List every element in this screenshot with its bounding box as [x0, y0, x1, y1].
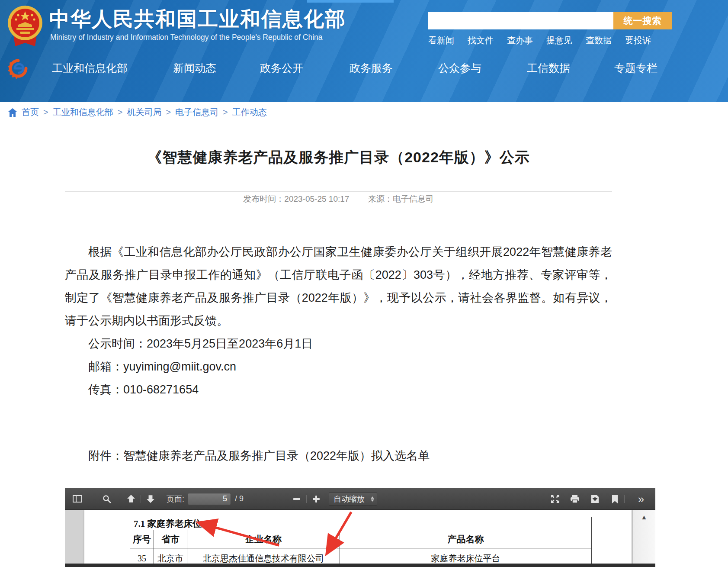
title-divider — [65, 191, 612, 192]
page-title: 《智慧健康养老产品及服务推广目录（2022年版）》公示 — [65, 148, 612, 168]
cell-index: 35 — [130, 548, 154, 564]
scroll-up-icon[interactable]: ▲ — [633, 513, 655, 521]
zoom-out-icon[interactable] — [290, 492, 303, 506]
page-total: / 9 — [235, 494, 244, 503]
more-tools-icon[interactable]: » — [635, 492, 648, 506]
nav-item-miit[interactable]: 工业和信息化部 — [52, 61, 128, 75]
page-label: 页面: — [167, 494, 184, 504]
zoom-select[interactable]: 自动缩放 — [329, 493, 377, 506]
pdf-scrollbar[interactable]: ▲ — [632, 510, 655, 564]
nav-item-gov-service[interactable]: 政务服务 — [350, 61, 393, 75]
quick-link-files[interactable]: 找文件 — [468, 35, 494, 46]
cell-company: 北京思杰佳通信息技术有限公司 — [187, 548, 340, 564]
attachment-line: 附件：智慧健康养老产品及服务推广目录（2022年版）拟入选名单 — [65, 445, 612, 467]
bookmark-icon[interactable] — [608, 492, 621, 506]
pdf-bottom-edge — [65, 564, 655, 567]
search-bar: 统一搜索 — [428, 12, 672, 29]
page-number-input[interactable] — [188, 493, 231, 505]
breadcrumb-departments[interactable]: 机关司局 — [127, 106, 161, 118]
publicity-period-line: 公示时间：2023年5月25日至2023年6月1日 — [65, 332, 612, 355]
col-header-province: 省市 — [154, 530, 187, 548]
breadcrumb-separator: > — [166, 107, 171, 117]
breadcrumb-electronic-info[interactable]: 电子信息司 — [175, 106, 218, 118]
table-header-row: 序号 省市 企业名称 产品名称 — [130, 530, 592, 548]
toolbar-divider — [141, 495, 141, 503]
toolbar-right-group: » — [542, 492, 648, 506]
unified-search-button[interactable]: 统一搜索 — [613, 12, 672, 29]
banner-accent-strip — [307, 0, 394, 3]
publish-time-label: 发布时间： — [243, 194, 284, 203]
search-input[interactable] — [428, 12, 613, 29]
section-title: 7.1 家庭养老床位 — [130, 517, 592, 530]
pdf-table: 7.1 家庭养老床位 序号 省市 企业名称 产品名称 35 北京市 北京思杰佳通… — [130, 517, 592, 564]
zoom-in-icon[interactable] — [310, 492, 323, 506]
print-icon[interactable] — [568, 492, 581, 506]
breadcrumb-miit[interactable]: 工业和信息化部 — [53, 106, 113, 118]
search-icon[interactable] — [100, 492, 113, 506]
quick-links: 看新闻 找文件 查办事 提意见 查数据 要投诉 — [428, 35, 651, 46]
miit-swirl-logo-icon — [8, 57, 29, 80]
previous-page-icon[interactable] — [125, 492, 138, 506]
col-header-product: 产品名称 — [340, 530, 592, 548]
toolbar-divider — [624, 495, 625, 503]
pdf-page: 7.1 家庭养老床位 序号 省市 企业名称 产品名称 35 北京市 北京思杰佳通… — [84, 510, 632, 564]
article-body: 根据《工业和信息化部办公厅民政部办公厅国家卫生健康委办公厅关于组织开展2022年… — [65, 241, 612, 467]
next-page-icon[interactable] — [144, 492, 157, 506]
zoom-select-value: 自动缩放 — [334, 494, 369, 504]
select-arrows-icon — [371, 496, 374, 502]
sidebar-toggle-icon[interactable] — [71, 492, 84, 506]
quick-link-data[interactable]: 查数据 — [586, 35, 612, 46]
breadcrumb-separator: > — [43, 107, 48, 117]
nav-item-participation[interactable]: 公众参与 — [438, 61, 481, 75]
quick-link-feedback[interactable]: 提意见 — [546, 35, 572, 46]
source-label: 来源： — [368, 194, 393, 203]
table-row: 35 北京市 北京思杰佳通信息技术有限公司 家庭养老床位平台 — [130, 548, 592, 564]
site-subtitle: Ministry of Industry and Information Tec… — [50, 33, 322, 42]
source: 电子信息司 — [393, 194, 434, 203]
more-tools-glyph: » — [638, 493, 644, 505]
email-line: 邮箱：yuyiming@miit.gov.cn — [65, 355, 612, 378]
table-section-row: 7.1 家庭养老床位 — [130, 517, 592, 530]
cell-province: 北京市 — [154, 548, 187, 564]
article-meta: 发布时间：2023-05-25 10:17 来源：电子信息司 — [65, 193, 612, 205]
page: { "banner": { "site_title": "中华人民共和国工业和信… — [0, 0, 728, 567]
home-icon[interactable] — [8, 108, 17, 117]
nav-item-gov-open[interactable]: 政务公开 — [260, 61, 303, 75]
toolbar-divider — [306, 495, 307, 503]
nav-item-news[interactable]: 新闻动态 — [173, 61, 216, 75]
col-header-company: 企业名称 — [187, 530, 340, 548]
download-icon[interactable] — [588, 492, 601, 506]
pdf-toolbar: 页面: / 9 自动缩放 — [65, 488, 655, 510]
publish-time: 2023-05-25 10:17 — [284, 194, 349, 203]
article-paragraph: 根据《工业和信息化部办公厅民政部办公厅国家卫生健康委办公厅关于组织开展2022年… — [65, 241, 612, 332]
quick-link-complaint[interactable]: 要投诉 — [625, 35, 651, 46]
pdf-viewer: 页面: / 9 自动缩放 — [65, 488, 655, 567]
cell-product: 家庭养老床位平台 — [340, 548, 592, 564]
col-header-index: 序号 — [130, 530, 154, 548]
site-banner: 中华人民共和国工业和信息化部 Ministry of Industry and … — [0, 0, 728, 102]
quick-link-services[interactable]: 查办事 — [507, 35, 533, 46]
nav-item-miit-data[interactable]: 工信数据 — [527, 61, 570, 75]
national-emblem-icon — [5, 2, 45, 50]
breadcrumb-separator: > — [223, 107, 228, 117]
nav-item-special-columns[interactable]: 专题专栏 — [614, 61, 657, 75]
fax-line: 传真：010-68271654 — [65, 378, 612, 401]
quick-link-news[interactable]: 看新闻 — [428, 35, 454, 46]
site-title: 中华人民共和国工业和信息化部 — [49, 6, 346, 33]
breadcrumb-work-updates[interactable]: 工作动态 — [232, 106, 267, 118]
breadcrumb-separator: > — [118, 107, 123, 117]
pdf-content-area: 7.1 家庭养老床位 序号 省市 企业名称 产品名称 35 北京市 北京思杰佳通… — [65, 510, 655, 564]
breadcrumb: 首页 > 工业和信息化部 > 机关司局 > 电子信息司 > 工作动态 — [8, 106, 267, 118]
breadcrumb-home[interactable]: 首页 — [22, 106, 39, 118]
zoom-controls: 自动缩放 — [290, 492, 377, 506]
presentation-mode-icon[interactable] — [548, 492, 561, 506]
